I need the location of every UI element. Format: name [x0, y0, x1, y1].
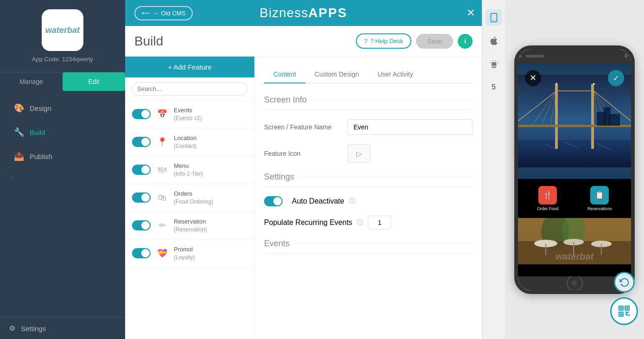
- screen-info-section-title: Screen Info: [264, 95, 473, 110]
- check-icon[interactable]: ✓: [608, 70, 624, 86]
- phone-top: 0: [518, 49, 631, 63]
- toggle-auto-deactivate[interactable]: [264, 196, 283, 206]
- svg-point-1: [493, 19, 494, 20]
- toggle-promol[interactable]: [132, 248, 151, 258]
- icon-placeholder: ▷: [356, 149, 362, 158]
- sidebar-item-design[interactable]: 🎨 Design: [5, 96, 120, 120]
- list-item[interactable]: 🍽 Menu (Info-1-Tier): [125, 156, 254, 184]
- x-close-icon[interactable]: ✕: [525, 70, 541, 86]
- app-grid: 🍴 Order Food 📋 Reservations: [518, 179, 631, 218]
- feature-name-label: Screen / Feature Name: [264, 123, 347, 131]
- right-panel: 5 0: [482, 0, 644, 339]
- tab-content[interactable]: Content: [264, 66, 305, 83]
- back-button[interactable]: ←: [0, 169, 125, 185]
- panel-tabs: Content Custom Design User Activity: [264, 66, 473, 83]
- svg-point-35: [572, 281, 577, 286]
- svg-rect-41: [620, 313, 621, 314]
- svg-point-17: [593, 83, 595, 85]
- toggle-reservation[interactable]: [132, 220, 151, 230]
- feature-icon-label: Feature Icon: [264, 150, 347, 157]
- toggle-events[interactable]: [132, 109, 151, 119]
- feature-name-menu: Menu (Info-1-Tier): [174, 162, 203, 178]
- toggle-orders[interactable]: [132, 192, 151, 203]
- events-section-title: Events: [264, 239, 473, 254]
- help-desk-button[interactable]: ? ? Help Desk: [356, 33, 411, 49]
- sidebar-item-settings[interactable]: ⚙ Settings: [0, 317, 125, 339]
- svg-point-34: [573, 282, 575, 284]
- nav-items: 🎨 Design 🔧 Build 📤 Publish ←: [0, 91, 125, 317]
- old-cms-button[interactable]: ⟵ ← Old CMS: [134, 6, 193, 20]
- save-button[interactable]: Save: [416, 34, 453, 49]
- tab-user-activity[interactable]: User Activity: [368, 66, 423, 83]
- settings-icon: ⚙: [9, 324, 15, 333]
- feature-name-orders: Orders (Food Ordering): [174, 190, 213, 206]
- bridge-image: ✕ ✓: [518, 63, 631, 179]
- tab-switcher: Manage Edit: [0, 72, 125, 91]
- sidebar-item-build[interactable]: 🔧 Build: [5, 121, 120, 144]
- phone-screen: ✕ ✓ 🍴 Order Food 📋 Reservations: [518, 63, 631, 276]
- list-item[interactable]: ✏ Reservation (Reservation): [125, 212, 254, 240]
- feature-name-reservation: Reservation (Reservation): [174, 217, 207, 234]
- sidebar-item-publish[interactable]: 📤 Publish: [5, 145, 120, 168]
- device-icon-html5[interactable]: 5: [486, 79, 502, 95]
- info-button[interactable]: i: [458, 34, 473, 49]
- toggle-location[interactable]: [132, 137, 151, 147]
- help-desk-label: ? Help Desk: [370, 38, 403, 45]
- logo-text-main: Bizness: [259, 6, 308, 20]
- top-bar: ⟵ ← Old CMS BiznessAPPS ✕: [125, 0, 482, 26]
- location-icon: 📍: [155, 135, 169, 149]
- list-item[interactable]: 📅 Events (Events v2): [125, 101, 254, 128]
- app-icon-order-food[interactable]: 🍴 Order Food: [537, 186, 558, 211]
- populate-recurring-label: Populate Recurring Events: [264, 218, 352, 227]
- toggle-menu[interactable]: [132, 165, 151, 175]
- tab-manage[interactable]: Manage: [0, 72, 63, 91]
- app-logo: waterbat: [42, 9, 83, 51]
- restaurant-area: waterbat: [518, 218, 631, 264]
- feature-name-location: Location (Contact): [174, 134, 196, 150]
- device-icons: 5: [482, 0, 505, 339]
- list-item[interactable]: 📍 Location (Contact): [125, 128, 254, 156]
- svg-point-16: [556, 83, 557, 85]
- device-icon-apple[interactable]: [486, 32, 502, 49]
- search-input[interactable]: [132, 82, 247, 96]
- list-item[interactable]: 🛍 Orders (Food Ordering): [125, 184, 254, 212]
- phone-wrapper: 0: [514, 45, 635, 294]
- list-item[interactable]: 💝 Promol (Loyalty): [125, 240, 254, 268]
- svg-rect-4: [555, 84, 558, 149]
- events-label: Events: [264, 239, 290, 249]
- qr-button[interactable]: [610, 297, 638, 325]
- auto-deactivate-info-icon: ⓘ: [349, 197, 355, 205]
- tab-edit[interactable]: Edit: [63, 72, 125, 91]
- tab-custom-design[interactable]: Custom Design: [305, 66, 368, 83]
- build-icon: 🔧: [14, 127, 24, 137]
- sidebar-item-publish-label: Publish: [30, 153, 52, 160]
- promol-icon: 💝: [155, 246, 169, 260]
- device-icon-phone[interactable]: [486, 9, 502, 26]
- feature-items: 📅 Events (Events v2) 📍 Location (Contact…: [125, 101, 254, 339]
- screen-info-label: Screen Info: [264, 95, 307, 105]
- settings-section-title: Settings: [264, 172, 473, 187]
- phone-camera: [518, 54, 522, 58]
- feature-name-promol: Promol (Loyalty): [174, 245, 195, 262]
- order-food-label: Order Food: [537, 206, 558, 211]
- device-icon-android[interactable]: [486, 56, 502, 72]
- app-icon-reservations[interactable]: 📋 Reservations: [587, 186, 612, 211]
- phone-home-button[interactable]: [567, 275, 583, 291]
- feature-list-panel: + Add Feature 📅 Events (Events v2) �: [125, 57, 255, 339]
- svg-rect-5: [591, 84, 594, 149]
- reservation-icon: ✏: [155, 218, 169, 232]
- feature-icon-row: Feature Icon ▷: [264, 144, 473, 163]
- feature-icon-button[interactable]: ▷: [347, 144, 371, 163]
- app-logo-text: waterbat: [45, 26, 80, 35]
- page-title: Build: [134, 34, 163, 49]
- add-feature-button[interactable]: + Add Feature: [125, 57, 254, 77]
- auto-deactivate-label: Auto Deactivate: [292, 197, 344, 205]
- refresh-button[interactable]: [614, 272, 635, 293]
- feature-name-input[interactable]: [347, 119, 473, 135]
- reservations-label: Reservations: [587, 206, 612, 211]
- back-arrow-icon: ←: [9, 173, 15, 180]
- main-area: ⟵ ← Old CMS BiznessAPPS ✕ Build ? ? Help…: [125, 0, 482, 339]
- close-button[interactable]: ✕: [467, 7, 475, 19]
- populate-recurring-input[interactable]: [368, 216, 391, 230]
- sub-header: Build ? ? Help Desk Save i: [125, 26, 482, 57]
